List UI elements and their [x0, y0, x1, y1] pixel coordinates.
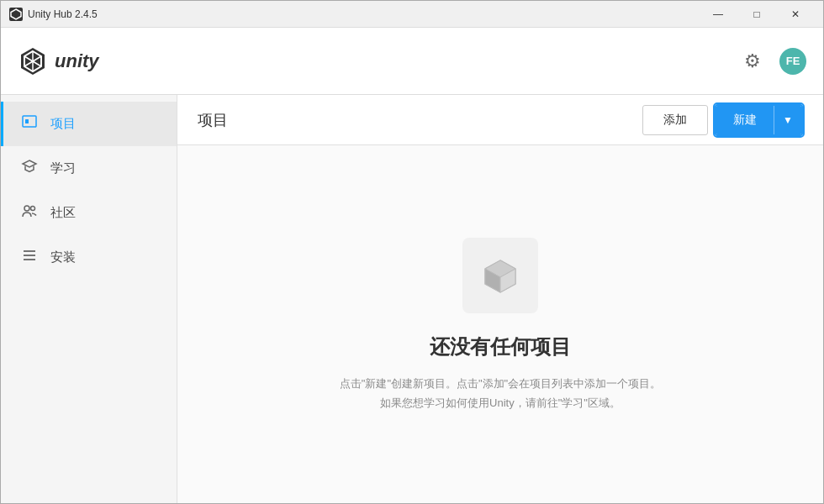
empty-desc-line1: 点击"新建"创建新项目。点击"添加"会在项目列表中添加一个项目。	[340, 374, 661, 393]
sidebar-item-installs-label: 安装	[50, 249, 76, 265]
close-btn[interactable]: ✕	[776, 1, 815, 28]
content-area: 项目 添加 新建 ▼	[177, 95, 823, 504]
empty-icon-box	[462, 238, 538, 313]
sidebar-item-projects[interactable]: 项目	[1, 102, 177, 146]
sidebar: 项目 学习	[1, 95, 177, 504]
empty-state: 还没有任何项目 点击"新建"创建新项目。点击"添加"会在项目列表中添加一个项目。…	[177, 145, 823, 504]
sidebar-item-community[interactable]: 社区	[1, 191, 177, 235]
maximize-btn[interactable]: □	[737, 1, 776, 28]
user-avatar-btn[interactable]: FE	[779, 48, 806, 75]
sidebar-item-projects-label: 项目	[50, 116, 76, 132]
logo-text: unity	[55, 50, 99, 72]
title-bar: Unity Hub 2.4.5 — □ ✕	[1, 1, 823, 28]
content-title: 项目	[198, 110, 228, 130]
new-project-dropdown-btn[interactable]: ▼	[774, 106, 801, 134]
sidebar-item-learn-label: 学习	[50, 160, 76, 176]
empty-title: 还没有任何项目	[430, 333, 571, 360]
sidebar-item-community-label: 社区	[50, 205, 76, 221]
svg-rect-8	[25, 119, 29, 123]
unity-logo-icon	[18, 46, 48, 76]
learn-icon	[20, 158, 39, 179]
sidebar-item-learn[interactable]: 学习	[1, 146, 177, 191]
logo: unity	[18, 46, 99, 76]
content-header-buttons: 添加 新建 ▼	[642, 104, 803, 136]
add-project-btn[interactable]: 添加	[642, 105, 708, 135]
empty-description: 点击"新建"创建新项目。点击"添加"会在项目列表中添加一个项目。 如果您想学习如…	[340, 374, 661, 413]
community-icon	[20, 202, 39, 223]
empty-desc-line2: 如果您想学习如何使用Unity，请前往"学习"区域。	[340, 393, 661, 412]
main-layout: 项目 学习	[1, 95, 823, 504]
window-controls: — □ ✕	[699, 1, 815, 28]
sidebar-item-installs[interactable]: 安装	[1, 235, 177, 280]
new-project-btn[interactable]: 新建	[716, 106, 774, 134]
content-header: 项目 添加 新建 ▼	[177, 95, 823, 145]
projects-svg-icon	[21, 113, 38, 130]
minimize-btn[interactable]: —	[699, 1, 737, 28]
installs-svg-icon	[21, 247, 38, 264]
settings-btn[interactable]: ⚙	[739, 48, 766, 75]
svg-point-11	[31, 207, 35, 211]
projects-icon	[20, 113, 39, 134]
installs-icon	[20, 247, 39, 268]
learn-svg-icon	[21, 158, 38, 175]
svg-rect-7	[23, 116, 36, 127]
empty-cube-icon	[478, 254, 522, 297]
app: unity ⚙ FE 项目	[1, 28, 823, 504]
app-header: unity ⚙ FE	[1, 28, 823, 95]
community-svg-icon	[21, 202, 38, 219]
window-title: Unity Hub 2.4.5	[28, 8, 699, 20]
app-icon	[9, 8, 23, 21]
new-project-btn-group: 新建 ▼	[715, 104, 803, 136]
svg-point-10	[24, 206, 29, 211]
header-actions: ⚙ FE	[739, 48, 806, 75]
